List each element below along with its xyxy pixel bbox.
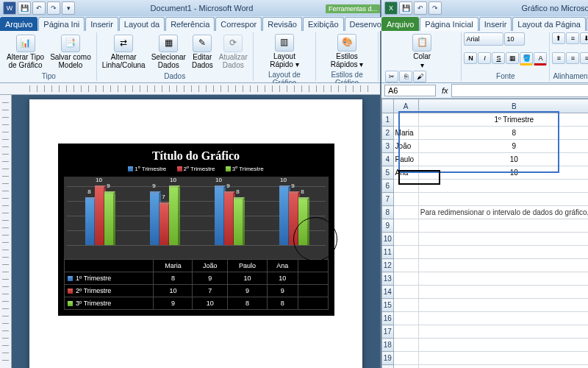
word-tabs: Arquivo Página Ini Inserir Layout da Ref… xyxy=(0,16,380,31)
save-icon[interactable]: 💾 xyxy=(399,1,412,15)
ex-tab-page-layout[interactable]: Layout da Página xyxy=(512,17,586,31)
tab-references[interactable]: Referência xyxy=(165,17,215,31)
chart-legend: 1º Trimestre 2º Trimestre 3º Trimestre xyxy=(64,166,329,172)
excel-ribbon: 📋Colar▾ ✂⎘🖌 Área de Transferência NIS▦🪣A… xyxy=(381,31,588,83)
layout-icon: ▥ xyxy=(275,34,294,52)
tab-home[interactable]: Página Ini xyxy=(38,17,85,31)
chart-title: Título do Gráfico xyxy=(64,149,329,163)
align-group-label: Alinhamento xyxy=(552,71,588,81)
worksheet[interactable]: ABCDE11º Trimestre2º Trimestre3º Trimest… xyxy=(381,99,588,368)
font-group-label: Fonte xyxy=(464,71,547,81)
tab-review[interactable]: Revisão xyxy=(262,17,302,31)
copy-icon[interactable]: ⎘ xyxy=(399,71,412,82)
align-mid-icon[interactable]: ≡ xyxy=(566,32,579,44)
excel-window: X 💾 ↶ ↷ Gráfico no Microsoft Word - M Ar… xyxy=(381,0,588,368)
switch-rowcol-button[interactable]: ⇄Alternar Linha/Coluna xyxy=(100,33,148,71)
ex-tab-home[interactable]: Página Inicial xyxy=(420,17,478,31)
chart-object[interactable]: Título do Gráfico 1º Trimestre 2º Trimes… xyxy=(58,144,334,316)
switch-icon: ⇄ xyxy=(114,35,133,52)
excel-titlebar: X 💾 ↶ ↷ Gráfico no Microsoft Word - M xyxy=(381,0,588,16)
border-button[interactable]: ▦ xyxy=(506,52,519,64)
save-template-button[interactable]: 📑Salvar como Modelo xyxy=(48,33,93,71)
font-color-button[interactable]: A xyxy=(534,52,547,66)
format-painter-icon[interactable]: 🖌 xyxy=(413,71,426,82)
fill-color-button[interactable]: 🪣 xyxy=(520,52,533,66)
word-ribbon: 📊Alterar Tipo de Gráfico 📑Salvar como Mo… xyxy=(0,31,380,83)
chart-plot: 8109971010981098 xyxy=(64,177,329,259)
italic-button[interactable]: I xyxy=(478,52,491,64)
tab-mailings[interactable]: Correspor xyxy=(215,17,262,31)
align-left-icon[interactable]: ≡ xyxy=(552,52,565,64)
horizontal-ruler[interactable] xyxy=(0,83,380,95)
fx-icon[interactable]: fx xyxy=(442,86,448,95)
refresh-icon: ⟳ xyxy=(223,35,243,52)
tab-page-layout[interactable]: Layout da xyxy=(119,17,165,31)
context-tab-title: Ferramentas d... xyxy=(326,4,380,13)
refresh-data-button[interactable]: ⟳Atualizar Dados xyxy=(217,33,250,71)
template-icon: 📑 xyxy=(61,35,80,52)
paste-button[interactable]: 📋Colar▾ xyxy=(385,32,459,71)
word-window: W 💾 ↶ ↷ ▾ Document1 - Microsoft Word Fer… xyxy=(0,0,381,368)
formula-input[interactable] xyxy=(451,84,588,97)
annotation-circle xyxy=(293,217,337,261)
group-type-label: Tipo xyxy=(41,71,57,81)
page-viewport[interactable]: Título do Gráfico 1º Trimestre 2º Trimes… xyxy=(12,95,380,368)
undo-icon[interactable]: ↶ xyxy=(414,1,427,15)
chart-type-icon: 📊 xyxy=(16,35,35,52)
excel-app-icon[interactable]: X xyxy=(384,1,398,15)
formula-bar: A6 fx xyxy=(381,83,588,99)
group-data-label: Dados xyxy=(163,71,186,81)
excel-title: Gráfico no Microsoft Word - M xyxy=(445,4,588,13)
word-titlebar: W 💾 ↶ ↷ ▾ Document1 - Microsoft Word Fer… xyxy=(0,0,380,16)
quick-layout-button[interactable]: ▥Layout Rápido ▾ xyxy=(268,32,301,70)
select-data-icon: ▦ xyxy=(159,35,178,52)
quick-styles-button[interactable]: 🎨Estilos Rápidos ▾ xyxy=(329,32,365,70)
word-app-icon[interactable]: W xyxy=(3,1,16,15)
excel-tabs: Arquivo Página Inicial Inserir Layout da… xyxy=(381,16,588,31)
clipboard-icon: 📋 xyxy=(412,34,431,52)
styles-icon: 🎨 xyxy=(337,34,356,52)
underline-button[interactable]: S xyxy=(492,52,505,64)
font-size-input[interactable] xyxy=(504,32,525,46)
align-top-icon[interactable]: ⬆ xyxy=(552,32,565,44)
tab-insert[interactable]: Inserir xyxy=(85,17,118,31)
edit-data-icon: ✎ xyxy=(193,35,212,52)
tab-view[interactable]: Exibição xyxy=(303,17,344,31)
cut-icon[interactable]: ✂ xyxy=(385,71,398,82)
align-center-icon[interactable]: ≡ xyxy=(566,52,579,64)
tab-file[interactable]: Arquivo xyxy=(0,17,37,31)
ex-tab-insert[interactable]: Inserir xyxy=(479,17,512,31)
undo-icon[interactable]: ↶ xyxy=(32,1,46,15)
redo-icon[interactable]: ↷ xyxy=(429,1,442,15)
font-name-input[interactable] xyxy=(464,32,503,46)
bold-button[interactable]: N xyxy=(464,52,477,64)
name-box[interactable]: A6 xyxy=(384,85,436,96)
vertical-ruler[interactable] xyxy=(0,95,12,368)
align-bot-icon[interactable]: ⬇ xyxy=(580,32,588,44)
document-page: Título do Gráfico 1º Trimestre 2º Trimes… xyxy=(29,99,362,368)
chart-data-table: MariaJoãoPauloAna 1º Trimestre891010 2º … xyxy=(64,259,329,310)
align-right-icon[interactable]: ≡ xyxy=(580,52,588,64)
edit-data-button[interactable]: ✎Editar Dados xyxy=(190,33,215,71)
word-title: Document1 - Microsoft Word xyxy=(78,4,326,13)
qat-more-icon[interactable]: ▾ xyxy=(62,1,75,15)
change-chart-type-button[interactable]: 📊Alterar Tipo de Gráfico xyxy=(4,33,46,71)
select-data-button[interactable]: ▦Selecionar Dados xyxy=(149,33,188,71)
ex-tab-file[interactable]: Arquivo xyxy=(381,17,419,31)
save-icon[interactable]: 💾 xyxy=(18,1,31,15)
redo-icon[interactable]: ↷ xyxy=(47,1,60,15)
